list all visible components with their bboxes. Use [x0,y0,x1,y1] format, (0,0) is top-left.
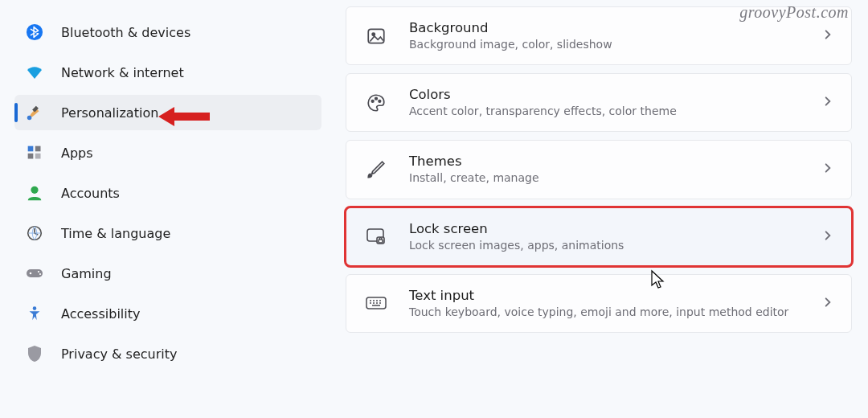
sidebar-item-network[interactable]: Network & internet [14,55,321,90]
card-text-input[interactable]: Text input Touch keyboard, voice typing,… [346,274,852,333]
card-text: Colors Accent color, transparency effect… [409,87,813,118]
clock-globe-icon [24,223,45,244]
sidebar-item-gaming[interactable]: Gaming [14,256,321,291]
svg-rect-4 [28,154,34,159]
sidebar-item-personalization[interactable]: Personalization [14,95,321,130]
svg-point-16 [375,97,378,100]
chevron-right-icon [822,95,833,110]
settings-content: Background Background image, color, slid… [330,0,868,418]
sidebar-item-accounts[interactable]: Accounts [14,175,321,211]
settings-window: Bluetooth & devices Network & internet P… [0,0,868,418]
card-text: Background Background image, color, slid… [409,20,813,51]
accessibility-icon [24,303,45,324]
sidebar-item-label: Personalization [61,105,312,121]
apps-icon [24,142,45,163]
svg-point-15 [371,100,374,102]
card-text: Lock screen Lock screen images, apps, an… [409,221,813,252]
chevron-right-icon [822,296,833,311]
gamepad-icon [24,263,45,284]
svg-point-6 [31,186,38,194]
chevron-right-icon [822,162,833,177]
lock-screen-icon [364,224,388,248]
svg-point-12 [33,306,37,310]
chevron-right-icon [822,229,833,244]
sidebar-item-apps[interactable]: Apps [14,135,321,170]
svg-point-1 [27,116,32,121]
bluetooth-icon [24,22,45,43]
chevron-right-icon [822,28,833,43]
card-subtitle: Accent color, transparency effects, colo… [409,104,813,118]
sidebar-item-label: Apps [61,145,312,161]
sidebar-item-label: Bluetooth & devices [61,25,312,40]
svg-rect-3 [35,146,41,152]
sidebar-item-accessibility[interactable]: Accessibility [14,296,321,331]
sidebar-item-label: Accessibility [61,306,312,322]
svg-point-17 [379,100,381,102]
svg-rect-5 [35,154,41,159]
sidebar-item-label: Gaming [61,266,312,281]
shield-icon [24,343,45,364]
card-subtitle: Touch keyboard, voice typing, emoji and … [409,305,813,319]
svg-point-11 [39,273,41,275]
card-title: Background [409,20,813,35]
card-title: Colors [409,87,813,102]
keyboard-icon [364,291,388,315]
card-title: Text input [409,288,813,303]
card-text: Text input Touch keyboard, voice typing,… [409,288,813,319]
sidebar-item-label: Network & internet [61,65,312,80]
sidebar-item-time-language[interactable]: Time & language [14,215,321,251]
palette-icon [364,91,388,115]
wifi-icon [24,62,45,83]
paintbrush-icon [24,102,45,123]
sidebar-item-label: Accounts [61,186,312,201]
card-background[interactable]: Background Background image, color, slid… [346,6,852,65]
svg-rect-2 [28,146,34,152]
card-text: Themes Install, create, manage [409,154,813,185]
sidebar-item-label: Privacy & security [61,346,312,362]
card-colors[interactable]: Colors Accent color, transparency effect… [346,73,852,132]
sidebar-item-privacy[interactable]: Privacy & security [14,336,321,371]
svg-point-9 [30,273,32,275]
sidebar-item-bluetooth[interactable]: Bluetooth & devices [14,14,321,50]
sidebar-item-label: Time & language [61,226,312,241]
card-lock-screen[interactable]: Lock screen Lock screen images, apps, an… [346,207,852,266]
card-title: Themes [409,154,813,169]
card-title: Lock screen [409,221,813,236]
card-subtitle: Lock screen images, apps, animations [409,238,813,252]
sidebar-nav: Bluetooth & devices Network & internet P… [0,0,330,418]
picture-icon [364,24,388,48]
card-themes[interactable]: Themes Install, create, manage [346,140,852,199]
svg-point-10 [38,271,39,273]
card-subtitle: Install, create, manage [409,170,813,185]
person-icon [24,182,45,203]
svg-point-0 [27,24,43,40]
card-subtitle: Background image, color, slideshow [409,37,813,51]
brush-icon [364,158,388,182]
